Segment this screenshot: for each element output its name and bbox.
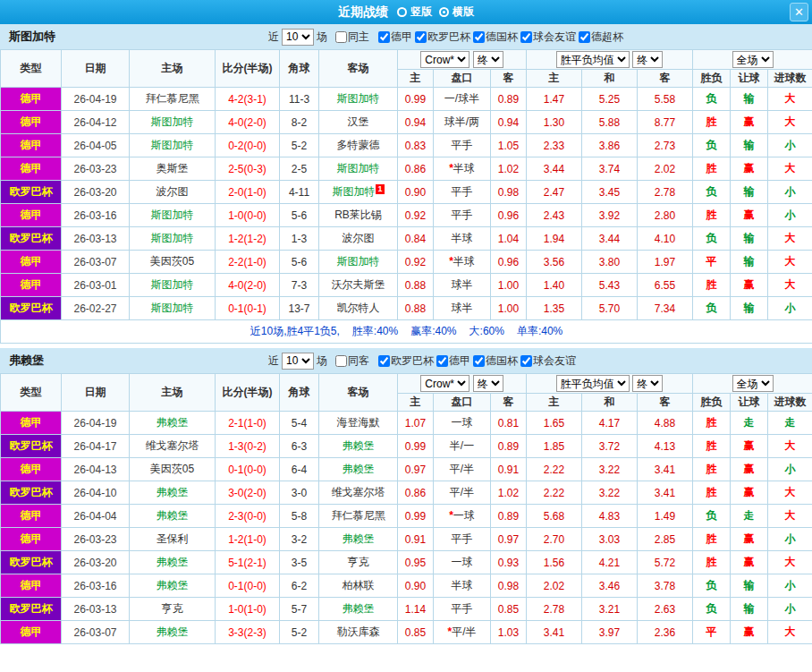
team-name: 勒沃库森 [337,625,380,638]
team-name: 弗赖堡 [156,556,189,568]
match-row: 德甲26-03-23圣保利1-2(1-0)3-2弗赖堡0.91平手0.972.7… [1,528,812,551]
league-checkbox-input[interactable] [378,355,390,367]
score-cell: 3-0(2-0) [216,481,280,505]
radio-icon[interactable] [397,7,407,17]
handicap-cell: 平手 [434,204,491,227]
same-venue-checkbox[interactable]: 同客 [335,353,369,369]
layout-radio-竖版[interactable]: 竖版 [397,4,432,20]
away-team-cell: 汉堡 [319,111,398,134]
goals-result-cell: 小 [768,574,812,598]
outcome-cell: 胜 [693,481,731,505]
avg-draw-cell: 3.92 [582,204,638,227]
home-odds-cell: 0.95 [398,551,434,574]
league-filter-球会友谊[interactable]: 球会友谊 [520,353,576,369]
close-button[interactable]: ✕ [790,3,808,21]
league-checkbox-input[interactable] [436,355,448,367]
team-name: 波尔图 [156,185,189,198]
team-name: 弗赖堡 [343,439,375,452]
league-filter-德甲[interactable]: 德甲 [436,353,470,369]
team-name: 多特蒙德 [337,139,380,151]
odds-company-select[interactable]: Crow* [420,51,469,68]
match-row: 德甲26-03-16弗赖堡0-1(0-0)6-2柏林联0.90半球0.982.0… [1,574,812,598]
league-filter-德甲[interactable]: 德甲 [378,30,412,45]
goals-result-cell: 大 [768,621,812,644]
avg-type-select[interactable]: 胜平负均值 [556,375,630,392]
layout-radio-横版[interactable]: 横版 [439,4,474,20]
radio-icon[interactable] [439,7,449,17]
league-checkbox-input[interactable] [378,31,390,43]
team-name: 斯图加特 [332,185,375,198]
away-team-cell: 斯图加特 [319,88,398,111]
league-checkbox-input[interactable] [415,31,427,43]
outcome-cell: 胜 [693,204,731,227]
team-name: 斯图加特 [151,139,194,151]
col-header-avg-away: 客 [638,394,693,412]
avg-away-cell: 5.58 [638,88,693,111]
handicap-cell: 平手 [434,528,491,551]
odds-final-select[interactable]: 终 [473,51,503,68]
col-header-handicap: 盘口 [434,394,491,412]
league-checkbox-input[interactable] [520,355,532,367]
league-cell: 德甲 [1,204,62,227]
away-odds-cell: 0.96 [491,251,527,274]
avg-home-cell: 3.44 [527,157,582,181]
match-count-select[interactable]: 10 [282,353,314,370]
avg-final-select[interactable]: 终 [632,375,663,392]
handicap-cell: 一/球半 [434,88,491,111]
avg-home-cell: 3.41 [527,621,582,644]
league-filter-欧罗巴杯[interactable]: 欧罗巴杯 [378,353,434,369]
league-filter-德国杯[interactable]: 德国杯 [473,353,518,369]
corners-cell: 11-3 [280,88,319,111]
handicap-result-cell: 赢 [731,528,768,551]
avg-type-select[interactable]: 胜平负均值 [556,51,630,68]
league-checkbox-input[interactable] [473,355,485,367]
summary-stat: 大:60% [469,325,504,337]
home-odds-cell: 0.99 [398,88,434,111]
scope-select[interactable]: 全场 [732,51,774,68]
league-label: 德超杯 [591,30,623,45]
handicap-result-cell: 输 [731,181,768,204]
avg-home-cell: 5.68 [527,505,582,528]
handicap-star: * [449,255,453,268]
avg-final-select[interactable]: 终 [632,51,663,68]
col-header-avg-draw: 和 [582,394,638,412]
match-count-select[interactable]: 10 [282,29,314,46]
team-name: 弗赖堡 [343,602,375,615]
team-name: 凯尔特人 [337,302,380,314]
goals-result-cell: 小 [768,204,812,227]
away-team-cell: 凯尔特人 [319,297,398,320]
handicap-cell: 平/半 [434,458,491,481]
home-team-cell: 弗赖堡 [130,574,216,598]
away-odds-cell: 0.93 [491,551,527,574]
league-filter-球会友谊[interactable]: 球会友谊 [520,30,576,45]
league-checkbox-input[interactable] [579,31,590,43]
league-checkbox-input[interactable] [520,31,532,43]
team-name: 拜仁慕尼黑 [146,92,199,105]
date-cell: 26-03-13 [62,598,130,621]
league-filter-德国杯[interactable]: 德国杯 [473,30,518,45]
league-filter-欧罗巴杯[interactable]: 欧罗巴杯 [415,30,470,45]
same-venue-checkbox-input[interactable] [335,31,347,43]
scope-select[interactable]: 全场 [732,375,774,392]
col-header-away: 客场 [319,374,398,412]
avg-away-cell: 3.78 [638,574,693,598]
team-name: 海登海默 [337,416,380,429]
avg-draw-cell: 5.88 [582,111,638,134]
date-cell: 26-04-17 [62,435,130,458]
league-checkbox-input[interactable] [473,31,485,43]
league-cell: 德甲 [1,412,62,435]
same-venue-checkbox[interactable]: 同主 [335,30,369,45]
avg-home-cell: 1.30 [527,111,582,134]
league-filter-德超杯[interactable]: 德超杯 [579,30,623,45]
corners-cell: 1-3 [280,227,319,251]
odds-final-select[interactable]: 终 [473,375,503,392]
date-cell: 26-03-16 [62,204,130,227]
same-venue-checkbox-input[interactable] [335,355,347,367]
league-cell: 欧罗巴杯 [1,551,62,574]
avg-away-cell: 7.34 [638,297,693,320]
unit-label: 场 [317,353,327,369]
odds-company-select[interactable]: Crow* [420,375,469,392]
date-cell: 26-03-23 [62,157,130,181]
match-row: 德甲26-04-12斯图加特4-0(2-0)8-2汉堡0.94球半/两0.941… [1,111,812,134]
league-label: 德国杯 [486,30,518,45]
